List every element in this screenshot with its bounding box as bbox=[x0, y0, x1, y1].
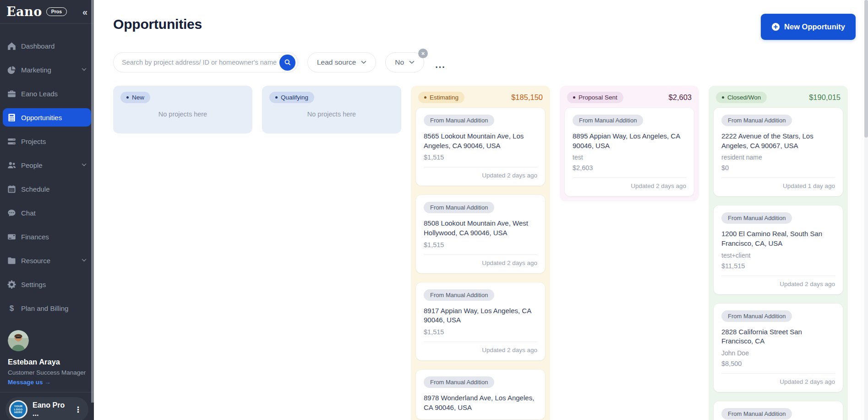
opportunity-card[interactable]: From Manual Addition 8508 Lookout Mounta… bbox=[416, 195, 545, 273]
lead-source-filter[interactable]: Lead source bbox=[307, 52, 376, 72]
stage-total: $2,603 bbox=[669, 93, 692, 102]
workspace-logo: YOUR LOGO HERE bbox=[9, 400, 27, 419]
profile-role: Customer Success Manager bbox=[8, 369, 86, 376]
plus-circle-icon bbox=[771, 22, 780, 31]
empty-state-text: No projects here bbox=[267, 111, 396, 118]
stage-total: $185,150 bbox=[511, 93, 543, 102]
opportunity-card[interactable]: From Manual Addition 8978 Wonderland Ave… bbox=[416, 370, 545, 419]
chat-icon bbox=[7, 209, 16, 217]
opportunity-card[interactable]: From Manual Addition 8917 Appian Way, Lo… bbox=[416, 282, 545, 360]
search-input[interactable] bbox=[122, 59, 279, 66]
avatar bbox=[8, 330, 29, 351]
profile-section: Esteban Araya Customer Success Manager M… bbox=[0, 330, 94, 386]
card-updated: Updated 2 days ago bbox=[780, 378, 835, 385]
new-opportunity-button[interactable]: New Opportunity bbox=[761, 14, 856, 40]
stage-badge: New bbox=[120, 92, 150, 103]
main-content: Opportunities New Opportunity Lead sourc… bbox=[94, 0, 868, 420]
card-amount: $0 bbox=[721, 164, 835, 171]
card-updated: Updated 2 days ago bbox=[631, 182, 686, 189]
stage-dot-icon bbox=[424, 96, 426, 99]
card-client: test bbox=[573, 154, 686, 161]
card-client: test+client bbox=[721, 252, 835, 259]
clear-filter-icon[interactable]: × bbox=[418, 49, 428, 58]
card-address: 1200 El Camino Real, South San Francisco… bbox=[721, 229, 835, 248]
sidebar-nav: Dashboard Marketing Eano Leads Opportuni… bbox=[0, 37, 94, 317]
search-field bbox=[113, 52, 298, 72]
opportunity-card[interactable]: From Manual Addition 2222 Avenue of the … bbox=[714, 108, 843, 196]
chevron-down-icon bbox=[361, 61, 366, 64]
stage-dot-icon bbox=[126, 96, 129, 99]
opportunity-card[interactable]: From Manual Addition 8565 Lookout Mounta… bbox=[416, 108, 545, 186]
sidebar-item-opportunities[interactable]: Opportunities bbox=[3, 108, 91, 127]
briefcase-icon bbox=[7, 89, 16, 98]
card-amount: $8,500 bbox=[721, 360, 835, 367]
gear-icon bbox=[7, 280, 16, 289]
kebab-menu-icon[interactable]: ⋮ bbox=[74, 405, 82, 414]
calculator-icon bbox=[7, 113, 16, 122]
source-tag: From Manual Addition bbox=[721, 212, 792, 224]
sidebar-item-people[interactable]: People bbox=[3, 156, 91, 174]
stage-dot-icon bbox=[573, 96, 575, 99]
card-client: resident name bbox=[721, 154, 835, 161]
sidebar-item-plan-and-billing[interactable]: $ Plan and Billing bbox=[3, 299, 91, 317]
workspace-name: Eano Pro ... bbox=[33, 401, 69, 418]
opportunity-card[interactable]: From Manual Addition 8895 Appian Way, Lo… bbox=[565, 108, 694, 196]
stack-icon bbox=[7, 137, 16, 146]
pie-chart-icon bbox=[7, 66, 16, 74]
sidebar-item-finances[interactable]: Finances bbox=[3, 227, 91, 246]
sidebar-item-marketing[interactable]: Marketing bbox=[3, 61, 91, 79]
kanban-board: New No projects here Qualifying No proje… bbox=[113, 86, 868, 420]
stage-total: $190,015 bbox=[809, 93, 841, 102]
sidebar-item-chat[interactable]: Chat bbox=[3, 204, 91, 222]
sidebar-item-settings[interactable]: Settings bbox=[3, 275, 91, 293]
stage-dot-icon bbox=[722, 96, 724, 99]
empty-state-text: No projects here bbox=[118, 111, 247, 118]
workspace-switcher[interactable]: YOUR LOGO HERE Eano Pro ... ⋮ bbox=[5, 397, 88, 420]
opportunity-card[interactable]: From Manual Addition 2828 California Str… bbox=[714, 304, 843, 392]
stage-badge: Proposal Sent bbox=[567, 92, 623, 103]
chevron-down-icon bbox=[82, 259, 87, 262]
source-tag: From Manual Addition bbox=[424, 202, 494, 213]
search-button[interactable] bbox=[279, 55, 295, 71]
chevron-down-icon bbox=[82, 163, 87, 166]
sidebar-item-resource[interactable]: Resource bbox=[3, 251, 91, 270]
source-tag: From Manual Addition bbox=[721, 115, 792, 126]
dollar-icon: $ bbox=[7, 304, 16, 313]
opportunity-card[interactable]: From Manual Addition 1200 El Camino Real… bbox=[714, 205, 843, 294]
card-updated: Updated 2 days ago bbox=[780, 281, 835, 287]
filter-row: Lead source No × ... bbox=[113, 52, 868, 72]
brand-row: Eano Pros « bbox=[0, 0, 94, 24]
window-scrollbar-thumb[interactable] bbox=[864, 0, 868, 138]
kanban-column-proposal-sent: Proposal Sent $2,603 From Manual Additio… bbox=[560, 86, 699, 201]
kanban-column-qualifying: Qualifying No projects here bbox=[262, 86, 401, 133]
sidebar-item-schedule[interactable]: Schedule bbox=[3, 180, 91, 198]
status-filter[interactable]: No × bbox=[385, 52, 424, 72]
folder-icon bbox=[7, 256, 16, 265]
stage-dot-icon bbox=[275, 96, 278, 99]
card-updated: Updated 2 days ago bbox=[482, 347, 537, 354]
kanban-column-new: New No projects here bbox=[113, 86, 252, 133]
stage-badge: Closed/Won bbox=[716, 92, 767, 103]
card-amount: $1,515 bbox=[424, 154, 537, 161]
message-us-link[interactable]: Message us → bbox=[8, 379, 86, 386]
opportunity-card[interactable]: From Manual Addition bbox=[714, 401, 843, 420]
pros-badge: Pros bbox=[46, 7, 67, 16]
collapse-sidebar-icon[interactable]: « bbox=[82, 7, 87, 17]
card-address: 8508 Lookout Mountain Ave, West Hollywoo… bbox=[424, 219, 537, 238]
page-title: Opportunities bbox=[113, 17, 868, 32]
source-tag: From Manual Addition bbox=[721, 310, 792, 322]
card-updated: Updated 2 days ago bbox=[482, 260, 537, 266]
sidebar-item-eano-leads[interactable]: Eano Leads bbox=[3, 84, 91, 103]
sidebar-item-dashboard[interactable]: Dashboard bbox=[3, 37, 91, 55]
home-icon bbox=[7, 42, 16, 50]
card-address: 2828 California Street San Francisco, CA bbox=[721, 327, 835, 346]
card-amount: $1,515 bbox=[424, 241, 537, 249]
sidebar-divider bbox=[0, 392, 94, 392]
source-tag: From Manual Addition bbox=[424, 115, 494, 126]
sidebar-item-projects[interactable]: Projects bbox=[3, 132, 91, 150]
search-icon bbox=[284, 59, 291, 66]
card-client: John Doe bbox=[721, 349, 835, 357]
chevron-down-icon bbox=[82, 68, 87, 71]
more-filters-button[interactable]: ... bbox=[435, 61, 446, 72]
stage-badge: Qualifying bbox=[269, 92, 314, 103]
